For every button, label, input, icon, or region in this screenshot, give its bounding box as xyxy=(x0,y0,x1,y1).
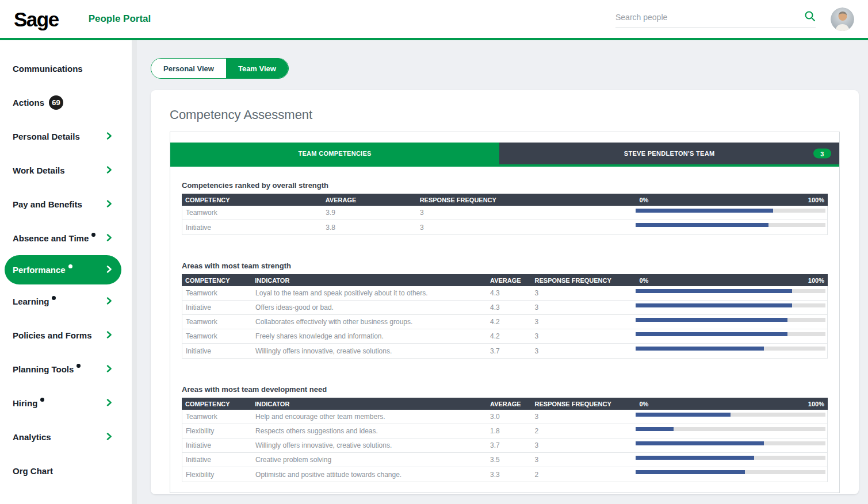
people-search xyxy=(615,10,816,28)
panel-tab-steve-pendleton-s-team[interactable]: STEVE PENDLETON'S TEAM3 xyxy=(499,143,839,164)
sidebar-item-org-chart[interactable]: Org Chart xyxy=(0,454,132,488)
competency-panel: TEAM COMPETENCIESSTEVE PENDLETON'S TEAM3… xyxy=(170,132,840,493)
table-cell: Initiative xyxy=(182,224,322,232)
table-cell: Help and encourage other team members. xyxy=(252,413,487,421)
bar-axis-header: 0%100% xyxy=(636,197,828,203)
panel-tab-label: TEAM COMPETENCIES xyxy=(298,150,371,157)
tab-personal-view[interactable]: Personal View xyxy=(151,59,226,78)
competency-table: COMPETENCYINDICATORAVERAGERESPONSE FREQU… xyxy=(182,274,828,359)
strength-bar xyxy=(636,332,787,336)
strength-bar xyxy=(636,441,764,445)
notification-dot xyxy=(68,264,72,268)
sidebar-item-hiring[interactable]: Hiring xyxy=(0,386,132,420)
sidebar-item-label: Planning Tools xyxy=(13,364,74,374)
column-header: RESPONSE FREQUENCY xyxy=(531,401,636,407)
chevron-right-icon xyxy=(105,199,113,210)
table-cell: Willingly offers innovative, creative so… xyxy=(252,441,487,449)
bar-cell xyxy=(636,410,827,417)
sidebar-item-pay-and-benefits[interactable]: Pay and Benefits xyxy=(0,187,132,221)
bar-axis-max: 100% xyxy=(808,277,824,284)
table-row: InitiativeCreative problem solving3.53 xyxy=(182,453,827,467)
section-heading: Areas with most team strength xyxy=(182,261,828,270)
sidebar-item-performance[interactable]: Performance xyxy=(5,255,121,284)
strength-bar xyxy=(636,223,768,227)
sage-logo[interactable]: Sage xyxy=(14,9,59,29)
table-cell: Loyal to the team and speak positively a… xyxy=(252,289,487,297)
table-row: Initiative3.83 xyxy=(182,220,827,234)
sidebar-item-label: Analytics xyxy=(13,432,51,442)
sidebar-scrollbar[interactable] xyxy=(132,40,137,504)
table-cell: 3 xyxy=(531,456,636,464)
chevron-right-icon xyxy=(105,432,113,443)
bar-track xyxy=(636,456,825,460)
app-title: People Portal xyxy=(89,13,151,25)
bar-cell xyxy=(636,329,827,336)
sidebar-item-planning-tools[interactable]: Planning Tools xyxy=(0,352,132,386)
table-cell: 3.5 xyxy=(487,456,531,464)
table-cell: Teamwork xyxy=(182,318,252,326)
table-cell: 4.2 xyxy=(487,318,531,326)
column-header: RESPONSE FREQUENCY xyxy=(416,197,636,203)
chevron-right-icon xyxy=(105,364,113,375)
table-cell: Collaborates effectively with other busi… xyxy=(252,318,487,326)
user-avatar[interactable] xyxy=(831,7,854,31)
search-icon[interactable] xyxy=(804,10,816,24)
section-competencies-ranked-by-overall-strength: Competencies ranked by overall strengthC… xyxy=(182,181,828,235)
sidebar-item-learning[interactable]: Learning xyxy=(0,284,132,318)
table-cell: Willingly offers innovative, creative so… xyxy=(252,347,487,355)
bar-track xyxy=(636,303,825,307)
table-cell: Teamwork xyxy=(182,289,252,297)
table-cell: 3 xyxy=(531,303,636,311)
sidebar-item-policies-and-forms[interactable]: Policies and Forms xyxy=(0,318,132,352)
sidebar-item-analytics[interactable]: Analytics xyxy=(0,420,132,454)
section-heading: Areas with most team development need xyxy=(182,385,828,394)
strength-bar xyxy=(636,427,674,431)
search-input[interactable] xyxy=(615,13,800,22)
table-row: InitiativeWillingly offers innovative, c… xyxy=(182,344,827,358)
tab-team-view[interactable]: Team View xyxy=(226,59,288,78)
column-header: RESPONSE FREQUENCY xyxy=(531,277,636,284)
table-header-row: COMPETENCYAVERAGERESPONSE FREQUENCY0%100… xyxy=(182,194,828,206)
bar-cell xyxy=(636,286,827,293)
bar-axis-min: 0% xyxy=(639,401,648,407)
actions-count-badge: 69 xyxy=(49,95,63,110)
table-cell: 3 xyxy=(531,332,636,340)
table-cell: 3.8 xyxy=(322,224,416,232)
table-cell: 3 xyxy=(531,413,636,421)
section-areas-with-most-team-development-need: Areas with most team development needCOM… xyxy=(182,385,828,482)
chevron-right-icon xyxy=(105,398,113,409)
sidebar-item-absence-and-time[interactable]: Absence and Time xyxy=(0,221,132,255)
chevron-right-icon xyxy=(105,166,113,176)
table-cell: Initiative xyxy=(182,456,252,464)
table-cell: Offers ideas-good or bad. xyxy=(252,303,487,311)
table-row: Teamwork3.93 xyxy=(182,206,827,220)
table-row: TeamworkFreely shares knowledge and info… xyxy=(182,329,827,344)
bar-axis-header: 0%100% xyxy=(636,401,828,407)
sidebar-item-label: Absence and Time xyxy=(13,233,89,243)
table-cell: Teamwork xyxy=(182,413,252,421)
table-cell: 1.8 xyxy=(487,427,531,435)
table-cell: 3 xyxy=(531,289,636,297)
sidebar-item-label: Hiring xyxy=(13,398,37,408)
table-body: Teamwork3.93Initiative3.83 xyxy=(182,206,828,235)
column-header: AVERAGE xyxy=(487,277,531,284)
panel-tab-label: STEVE PENDLETON'S TEAM xyxy=(624,150,715,157)
table-cell: Initiative xyxy=(182,441,252,449)
bar-track xyxy=(636,289,825,293)
team-count-badge: 3 xyxy=(813,149,831,159)
chevron-right-icon xyxy=(105,265,113,275)
bar-cell xyxy=(636,438,827,445)
strength-bar xyxy=(636,209,773,213)
table-row: TeamworkHelp and encourage other team me… xyxy=(182,410,827,424)
sidebar-item-label: Learning xyxy=(13,297,49,306)
sidebar-item-actions[interactable]: Actions69 xyxy=(0,86,132,120)
sidebar-item-communications[interactable]: Communications xyxy=(0,52,132,86)
strength-bar xyxy=(636,347,764,351)
table-cell: 3 xyxy=(531,318,636,326)
notification-dot xyxy=(40,398,44,402)
notification-dot xyxy=(91,233,95,237)
sidebar-item-personal-details[interactable]: Personal Details xyxy=(0,120,132,153)
sidebar-item-label: Org Chart xyxy=(13,466,53,476)
panel-tab-team-competencies[interactable]: TEAM COMPETENCIES xyxy=(170,143,499,164)
sidebar-item-work-details[interactable]: Work Details xyxy=(0,153,132,187)
